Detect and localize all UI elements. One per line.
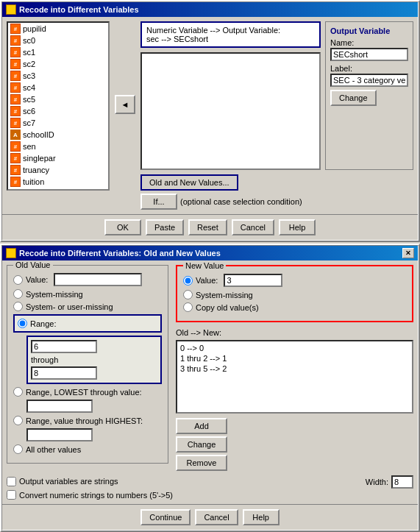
help-button[interactable]: Help	[279, 219, 316, 235]
new-system-missing-radio-item[interactable]: System-missing	[183, 290, 406, 299]
width-row: Output variables are strings Width:	[7, 475, 413, 489]
list-item[interactable]: # sc4	[8, 82, 108, 93]
bottom-button-row: Continue Cancel Help	[2, 504, 418, 530]
list-item[interactable]: # sc0	[8, 35, 108, 46]
old-new-section: Old --> New: 0 --> 0 1 thru 2 --> 1 3 th…	[176, 328, 413, 414]
copy-old-radio-item[interactable]: Copy old value(s)	[183, 302, 406, 312]
list-item[interactable]: # pupilid	[8, 23, 108, 35]
var-icon: #	[10, 47, 21, 57]
list-item[interactable]: # singlepar	[8, 152, 108, 164]
help-button-2[interactable]: Help	[243, 509, 280, 525]
range-radio[interactable]	[18, 319, 27, 328]
two-column-layout: Old Value Value: System-missing System- …	[2, 260, 418, 475]
new-value-radio-label: Value:	[196, 276, 218, 285]
output-strings-label: Output variables are strings	[19, 477, 118, 486]
label-label: Label:	[330, 64, 408, 73]
new-value-title: New Value	[183, 261, 226, 270]
numeric-label-box: Numeric Variable --> Output Variable: se…	[140, 21, 321, 48]
range-lowest-input[interactable]	[26, 400, 93, 413]
name-label: Name:	[330, 38, 408, 47]
top-window: Recode into Different Variables # pupili…	[0, 0, 420, 242]
output-strings-checkbox[interactable]	[7, 477, 16, 486]
variable-listbox[interactable]: # pupilid # sc0 # sc1 # sc2	[7, 21, 110, 191]
paste-button[interactable]: Paste	[146, 219, 184, 235]
new-value-group: New Value Value: System-missing Copy old…	[176, 265, 413, 322]
top-window-title: Recode into Different Variables	[19, 5, 139, 14]
if-button[interactable]: If...	[140, 194, 177, 210]
value-radio-input[interactable]	[54, 273, 142, 286]
old-value-title: Old Value	[13, 260, 53, 269]
old-new-list[interactable]: 0 --> 0 1 thru 2 --> 1 3 thru 5 --> 2	[176, 340, 413, 414]
list-item[interactable]: # sc3	[8, 70, 108, 82]
var-icon: #	[10, 59, 21, 69]
change-output-button[interactable]: Change	[330, 90, 377, 106]
cancel-button[interactable]: Cancel	[232, 219, 274, 235]
new-value-column: New Value Value: System-missing Copy old…	[176, 265, 413, 471]
range-highest-input[interactable]	[26, 428, 93, 441]
continue-button[interactable]: Continue	[140, 509, 191, 525]
width-input[interactable]	[391, 475, 413, 489]
old-new-values-button[interactable]: Old and New Values...	[140, 174, 238, 191]
bottom-window: Recode into Different Variables: Old and…	[0, 244, 420, 532]
all-other-radio[interactable]	[13, 444, 23, 454]
system-missing-radio-item[interactable]: System-missing	[13, 289, 162, 299]
new-value-radio-item[interactable]: Value:	[183, 274, 406, 287]
range-highest-label: Range, value through HIGHEST:	[26, 416, 143, 425]
window-icon	[6, 248, 16, 258]
range-highest-radio[interactable]	[13, 416, 23, 425]
system-user-missing-radio-item[interactable]: System- or user-missing	[13, 302, 162, 311]
recode-display[interactable]	[140, 52, 321, 170]
list-item[interactable]: # tuition	[8, 176, 108, 188]
cancel-button-2[interactable]: Cancel	[195, 509, 238, 525]
copy-old-radio[interactable]	[183, 302, 193, 312]
range-from-input[interactable]	[31, 340, 97, 353]
change-mapping-button[interactable]: Change	[176, 436, 227, 453]
output-strings-checkbox-item[interactable]: Output variables are strings	[7, 477, 363, 486]
list-item[interactable]: A schoolID	[8, 129, 108, 141]
list-item[interactable]: # truancy	[8, 164, 108, 176]
variable-list-container: # pupilid # sc0 # sc1 # sc2	[7, 21, 110, 210]
add-button[interactable]: Add	[176, 418, 227, 434]
convert-checkbox-item[interactable]: Convert numeric strings to numbers (5'->…	[7, 490, 413, 500]
new-value-radio[interactable]	[183, 276, 193, 285]
width-label: Width:	[366, 478, 388, 486]
system-missing-radio[interactable]	[13, 289, 23, 299]
recode-area: Numeric Variable --> Output Variable: se…	[140, 21, 413, 210]
list-item[interactable]: # sen	[8, 141, 108, 152]
if-label: (optional case selection condition)	[180, 197, 302, 206]
list-item[interactable]: # sc2	[8, 58, 108, 70]
output-label-input[interactable]	[330, 74, 408, 87]
list-item[interactable]: # sc5	[8, 93, 108, 105]
new-system-missing-radio[interactable]	[183, 290, 193, 299]
range-lowest-radio-item[interactable]: Range, LOWEST through value:	[13, 387, 162, 397]
system-user-missing-radio[interactable]	[13, 302, 23, 311]
close-button[interactable]: ✕	[402, 248, 414, 258]
range-to-input[interactable]	[31, 366, 97, 380]
add-change-remove-area: Add Change Remove	[176, 418, 413, 471]
range-lowest-radio[interactable]	[13, 387, 23, 397]
window-icon	[6, 4, 16, 15]
value-radio[interactable]	[13, 275, 23, 285]
var-icon: A	[10, 130, 21, 140]
old-new-item: 1 thru 2 --> 1	[179, 353, 410, 363]
output-variable-panel: Output Variable Name: Label: Change	[325, 21, 413, 170]
old-new-item: 3 thru 5 --> 2	[179, 363, 410, 374]
list-item[interactable]: # sc6	[8, 105, 108, 117]
value-radio-label: Value:	[26, 275, 48, 284]
all-other-radio-item[interactable]: All other values	[13, 444, 162, 454]
ok-button[interactable]: OK	[104, 219, 141, 235]
move-to-recode-button[interactable]: ◄	[115, 95, 135, 114]
new-value-input[interactable]	[224, 274, 282, 287]
range-highest-radio-item[interactable]: Range, value through HIGHEST:	[13, 416, 162, 425]
var-icon: #	[10, 118, 21, 128]
convert-checkbox[interactable]	[7, 490, 16, 500]
output-name-input[interactable]	[330, 48, 408, 61]
remove-button[interactable]: Remove	[176, 455, 227, 471]
range-radio-item[interactable]: Range:	[13, 314, 162, 333]
list-item[interactable]: # sc1	[8, 46, 108, 58]
list-item[interactable]: # sc7	[8, 117, 108, 129]
reset-button[interactable]: Reset	[188, 219, 227, 235]
arrow-area: ◄	[114, 21, 136, 210]
value-radio-item[interactable]: Value:	[13, 273, 162, 286]
var-icon: #	[10, 82, 21, 93]
